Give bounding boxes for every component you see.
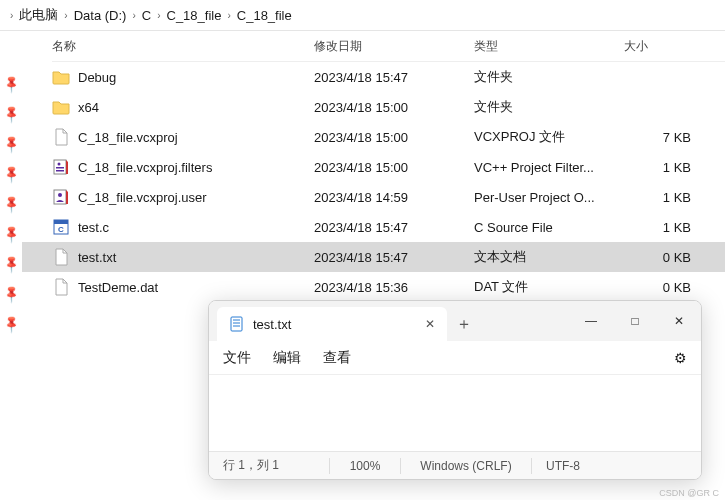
notepad-statusbar: 行 1，列 1 100% Windows (CRLF) UTF-8	[209, 451, 701, 479]
file-row[interactable]: TestDeme.dat2023/4/18 15:36DAT 文件0 KB	[22, 272, 725, 302]
notepad-text-area[interactable]	[209, 375, 701, 451]
notepad-window: test.txt ✕ ＋ — □ ✕ 文件 编辑 查看 ⚙ 行 1，列 1 10…	[208, 300, 702, 480]
breadcrumb-item[interactable]: C	[142, 8, 151, 23]
file-name: Debug	[78, 70, 116, 85]
svg-rect-9	[231, 317, 242, 331]
breadcrumb[interactable]: › 此电脑 › Data (D:) › C › C_18_file › C_18…	[0, 0, 725, 30]
notepad-tab-title: test.txt	[253, 317, 291, 332]
file-row[interactable]: C_18_file.vcxproj.user2023/4/18 14:59Per…	[22, 182, 725, 212]
chevron-right-icon: ›	[157, 10, 160, 21]
menu-edit[interactable]: 编辑	[273, 349, 301, 367]
pin-icon[interactable]: 📌	[1, 104, 22, 125]
file-size: 1 KB	[624, 220, 715, 235]
menu-file[interactable]: 文件	[223, 349, 251, 367]
add-tab-button[interactable]: ＋	[447, 307, 481, 341]
chevron-right-icon: ›	[132, 10, 135, 21]
svg-rect-2	[56, 167, 64, 169]
file-name: x64	[78, 100, 99, 115]
status-eol: Windows (CRLF)	[401, 459, 531, 473]
file-date: 2023/4/18 15:47	[314, 70, 474, 85]
watermark: CSDN @GR C	[659, 488, 719, 498]
file-date: 2023/4/18 15:47	[314, 220, 474, 235]
pin-icon[interactable]: 📌	[1, 284, 22, 305]
file-type: C Source File	[474, 220, 624, 235]
pin-icon[interactable]: 📌	[1, 224, 22, 245]
file-date: 2023/4/18 15:00	[314, 160, 474, 175]
file-name: C_18_file.vcxproj	[78, 130, 178, 145]
file-date: 2023/4/18 14:59	[314, 190, 474, 205]
pin-icon[interactable]: 📌	[1, 134, 22, 155]
notepad-tab[interactable]: test.txt ✕	[217, 307, 447, 341]
file-type: Per-User Project O...	[474, 190, 624, 205]
pin-icon[interactable]: 📌	[1, 254, 22, 275]
column-headers: 名称 修改日期 类型 大小	[22, 31, 725, 61]
file-row[interactable]: Ctest.c2023/4/18 15:47C Source File1 KB	[22, 212, 725, 242]
breadcrumb-item[interactable]: Data (D:)	[74, 8, 127, 23]
column-header-name[interactable]: 名称	[32, 38, 314, 55]
file-row[interactable]: C_18_file.vcxproj2023/4/18 15:00VCXPROJ …	[22, 122, 725, 152]
breadcrumb-item[interactable]: 此电脑	[19, 6, 58, 24]
file-row[interactable]: x642023/4/18 15:00文件夹	[22, 92, 725, 122]
breadcrumb-item[interactable]: C_18_file	[237, 8, 292, 23]
notepad-menubar: 文件 编辑 查看 ⚙	[209, 341, 701, 375]
chevron-right-icon: ›	[227, 10, 230, 21]
folder-icon	[52, 98, 70, 116]
svg-point-1	[58, 163, 61, 166]
file-type: 文件夹	[474, 68, 624, 86]
menu-view[interactable]: 查看	[323, 349, 351, 367]
chevron-right-icon: ›	[64, 10, 67, 21]
file-row[interactable]: Debug2023/4/18 15:47文件夹	[22, 62, 725, 92]
file-type: DAT 文件	[474, 278, 624, 296]
file-icon	[52, 128, 70, 146]
svg-point-5	[58, 193, 62, 197]
svg-text:C: C	[58, 225, 64, 234]
column-header-date[interactable]: 修改日期	[314, 38, 474, 55]
status-zoom[interactable]: 100%	[330, 459, 400, 473]
status-cursor: 行 1，列 1	[209, 457, 329, 474]
maximize-button[interactable]: □	[613, 301, 657, 341]
tab-close-button[interactable]: ✕	[425, 317, 435, 331]
settings-button[interactable]: ⚙	[674, 350, 687, 366]
pin-icon[interactable]: 📌	[1, 74, 22, 95]
file-type: VC++ Project Filter...	[474, 160, 624, 175]
user-icon	[52, 188, 70, 206]
csrc-icon: C	[52, 218, 70, 236]
notepad-titlebar[interactable]: test.txt ✕ ＋ — □ ✕	[209, 301, 701, 341]
column-header-size[interactable]: 大小	[624, 38, 715, 55]
svg-rect-3	[56, 170, 64, 172]
file-name: C_18_file.vcxproj.user	[78, 190, 207, 205]
file-name: test.txt	[78, 250, 116, 265]
window-controls: — □ ✕	[569, 301, 701, 341]
file-name: test.c	[78, 220, 109, 235]
file-icon	[52, 248, 70, 266]
file-name: TestDeme.dat	[78, 280, 158, 295]
file-size: 1 KB	[624, 160, 715, 175]
chevron-right-icon: ›	[10, 10, 13, 21]
status-encoding: UTF-8	[532, 459, 701, 473]
file-size: 7 KB	[624, 130, 715, 145]
file-size: 0 KB	[624, 250, 715, 265]
breadcrumb-item[interactable]: C_18_file	[167, 8, 222, 23]
file-type: VCXPROJ 文件	[474, 128, 624, 146]
file-name: C_18_file.vcxproj.filters	[78, 160, 212, 175]
file-date: 2023/4/18 15:00	[314, 130, 474, 145]
column-header-type[interactable]: 类型	[474, 38, 624, 55]
filters-icon	[52, 158, 70, 176]
pin-icon[interactable]: 📌	[1, 314, 22, 335]
file-size: 1 KB	[624, 190, 715, 205]
file-date: 2023/4/18 15:47	[314, 250, 474, 265]
svg-rect-7	[54, 220, 68, 224]
pin-icon[interactable]: 📌	[1, 164, 22, 185]
notepad-icon	[229, 316, 245, 332]
folder-icon	[52, 68, 70, 86]
close-button[interactable]: ✕	[657, 301, 701, 341]
file-size: 0 KB	[624, 280, 715, 295]
file-row[interactable]: test.txt2023/4/18 15:47文本文档0 KB	[22, 242, 725, 272]
minimize-button[interactable]: —	[569, 301, 613, 341]
file-row[interactable]: C_18_file.vcxproj.filters2023/4/18 15:00…	[22, 152, 725, 182]
file-date: 2023/4/18 15:36	[314, 280, 474, 295]
file-type: 文件夹	[474, 98, 624, 116]
pin-icon[interactable]: 📌	[1, 194, 22, 215]
file-icon	[52, 278, 70, 296]
quick-access-rail: 📌 📌 📌 📌 📌 📌 📌 📌 📌	[0, 31, 22, 500]
